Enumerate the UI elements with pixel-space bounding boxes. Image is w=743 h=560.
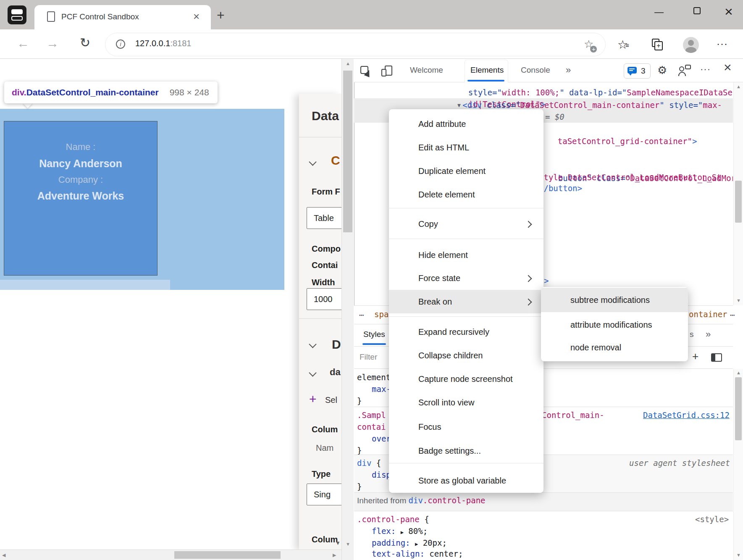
- window-close-button[interactable]: ×: [725, 3, 733, 20]
- breadcrumb-dots-left[interactable]: …: [359, 308, 364, 318]
- styles-scroll-down-icon[interactable]: ▼: [736, 553, 741, 557]
- styles-filter-input[interactable]: Filter: [360, 352, 377, 362]
- menu-item-hide-element[interactable]: Hide element: [389, 243, 543, 267]
- menu-item-badge-settings[interactable]: Badge settings...: [389, 439, 543, 463]
- menu-item-focus[interactable]: Focus: [389, 415, 543, 439]
- inspect-element-icon[interactable]: [360, 66, 371, 77]
- page-hscrollbar[interactable]: ◀ ▶: [0, 549, 341, 560]
- menu-item-expand-recursively[interactable]: Expand recursively: [389, 320, 543, 344]
- decl-flex[interactable]: flex: ▶ 80%;: [372, 525, 428, 537]
- form-factor-input[interactable]: Table: [307, 207, 341, 229]
- tab-fragment[interactable]: s: [690, 330, 694, 339]
- tree-scroll-up-icon[interactable]: ▲: [736, 84, 741, 89]
- styles-scrollbar[interactable]: ▲ ▼: [733, 369, 743, 560]
- browser-menu-icon[interactable]: ···: [717, 38, 728, 50]
- menu-item-force-state[interactable]: Force state: [389, 266, 543, 290]
- tree-scroll-thumb[interactable]: [735, 181, 742, 223]
- menu-item-copy[interactable]: Copy: [389, 212, 543, 236]
- page-vscroll-up-icon[interactable]: ▲: [346, 61, 350, 66]
- style-tag-link[interactable]: <style>: [695, 513, 729, 525]
- stylesheet-link[interactable]: DataSetGrid.css:12: [643, 409, 730, 421]
- issues-button[interactable]: 3: [624, 63, 651, 79]
- selector-sample-left[interactable]: .Sampl: [357, 409, 386, 421]
- tree-line-close-bracket[interactable]: >: [544, 275, 549, 287]
- app-icon[interactable]: [8, 5, 26, 24]
- tab-elements[interactable]: Elements: [465, 60, 508, 82]
- reload-icon[interactable]: ↻: [80, 35, 90, 50]
- add-record-plus-icon[interactable]: +: [309, 392, 317, 406]
- bottom-columns-caret-icon[interactable]: ▼: [335, 540, 341, 546]
- prop-max[interactable]: max-: [372, 383, 391, 395]
- add-record-label[interactable]: Sel: [325, 395, 337, 405]
- window-minimize-button[interactable]: —: [654, 7, 664, 18]
- tab-close-icon[interactable]: ×: [193, 10, 200, 23]
- page-hscroll-thumb[interactable]: [174, 551, 281, 559]
- dataset-prop-chevron-icon[interactable]: [309, 369, 316, 376]
- menu-item-collapse-children[interactable]: Collapse children: [389, 344, 543, 367]
- twisty-icon[interactable]: ▼: [457, 102, 461, 108]
- submenu-item-attribute-modifications[interactable]: attribute modifications: [541, 313, 688, 337]
- forward-icon[interactable]: →: [46, 36, 59, 50]
- feedback-icon[interactable]: [678, 65, 693, 77]
- tree-line-button-close[interactable]: </button>: [539, 182, 582, 194]
- collections-icon[interactable]: +: [652, 39, 662, 50]
- dataset-chevron-icon[interactable]: [309, 340, 316, 348]
- devtools-more-icon[interactable]: ···: [700, 64, 711, 75]
- inherited-class[interactable]: .control-pane: [423, 496, 486, 505]
- decl-padding[interactable]: padding: ▶ 20px;: [372, 537, 447, 549]
- breadcrumb-container-fragment[interactable]: ontainer: [689, 310, 727, 319]
- browser-tab[interactable]: PCF Control Sandbox ×: [34, 5, 211, 29]
- site-info-icon[interactable]: i: [116, 39, 125, 49]
- tree-scroll-down-icon[interactable]: ▼: [736, 298, 741, 303]
- settings-gear-icon[interactable]: ⚙: [657, 64, 667, 77]
- add-favorite-icon[interactable]: ☆+: [584, 38, 600, 51]
- menu-item-delete-element[interactable]: Delete element: [389, 183, 543, 206]
- url-text[interactable]: 127.0.0.1:8181: [135, 39, 191, 48]
- type-input[interactable]: Sing: [307, 484, 341, 505]
- decl-box-sizing[interactable]: box-sizing: border-box;: [372, 558, 482, 560]
- menu-item-scroll-into-view[interactable]: Scroll into view: [389, 391, 543, 414]
- page-vscroll-down-icon[interactable]: ▼: [346, 542, 350, 547]
- page-vscroll-thumb[interactable]: [343, 71, 352, 232]
- menu-item-break-on[interactable]: Break on: [389, 290, 543, 313]
- devtools-close-icon[interactable]: ×: [724, 60, 732, 75]
- menu-item-add-attribute[interactable]: Add attribute: [389, 112, 543, 136]
- tab-styles[interactable]: Styles: [363, 330, 385, 339]
- submenu-item-subtree-modifications[interactable]: subtree modifications: [541, 288, 688, 312]
- tree-line-testcontrol[interactable]: id|TestControl">: [449, 87, 545, 98]
- tree-line-grid-container[interactable]: taSetControl_grid-container">: [538, 124, 697, 135]
- breadcrumb-dots-right[interactable]: …: [730, 308, 735, 318]
- tree-line-loadmore-button[interactable]: button" class="DataSetControl_LoadMore: [539, 160, 733, 172]
- tab-console[interactable]: Console: [521, 66, 550, 75]
- page-hscroll-left-icon[interactable]: ◀: [2, 553, 5, 557]
- styles-tabs-overflow-icon[interactable]: »: [706, 329, 711, 340]
- device-toolbar-icon[interactable]: [381, 66, 395, 77]
- back-icon[interactable]: ←: [17, 36, 29, 50]
- breadcrumb-span-fragment[interactable]: spa: [374, 310, 389, 319]
- submenu-item-node-removal[interactable]: node removal: [541, 337, 688, 359]
- styles-scroll-up-icon[interactable]: ▲: [736, 371, 741, 375]
- toggle-sidebar-icon[interactable]: [711, 353, 722, 362]
- config-chevron-icon[interactable]: [309, 158, 316, 166]
- page-vscrollbar[interactable]: ▲ ▼: [341, 59, 354, 560]
- profile-avatar[interactable]: [683, 37, 699, 53]
- menu-item-store-as-global-variable[interactable]: Store as global variable: [389, 469, 543, 492]
- tree-line-loadmore-style[interactable]: Style DataSetControl_LoadMoreButton_St: [539, 171, 722, 183]
- styles-scroll-thumb[interactable]: [735, 377, 742, 440]
- window-maximize-button[interactable]: [693, 7, 701, 14]
- new-tab-button[interactable]: +: [217, 8, 225, 23]
- width-input[interactable]: 1000: [307, 288, 341, 310]
- selector-div[interactable]: div {: [357, 457, 381, 469]
- inherited-tag[interactable]: div: [409, 496, 423, 505]
- menu-item-duplicate-element[interactable]: Duplicate element: [389, 159, 543, 183]
- new-style-rule-icon[interactable]: +: [692, 350, 698, 363]
- menu-item-capture-node-screenshot[interactable]: Capture node screenshot: [389, 367, 543, 391]
- tab-welcome[interactable]: Welcome: [410, 66, 443, 75]
- prop-display[interactable]: disp: [372, 469, 391, 481]
- selector-control-pane[interactable]: .control-pane {: [357, 513, 429, 525]
- prop-overflow[interactable]: over: [372, 433, 391, 444]
- favorites-icon[interactable]: ☆≡: [617, 38, 632, 52]
- menu-item-edit-as-html[interactable]: Edit as HTML: [389, 136, 543, 159]
- tree-scrollbar[interactable]: ▲ ▼: [733, 82, 743, 305]
- tabs-overflow-icon[interactable]: »: [566, 65, 571, 76]
